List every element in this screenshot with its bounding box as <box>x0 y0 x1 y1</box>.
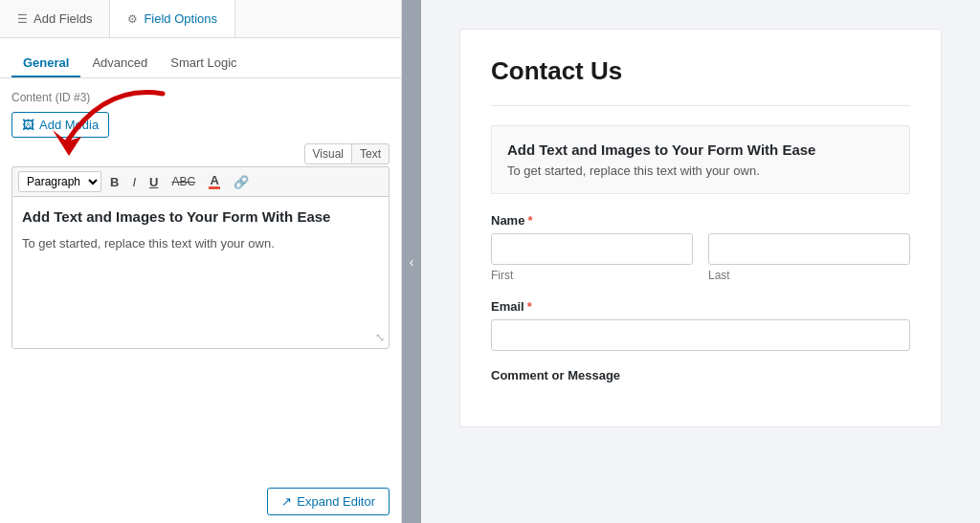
tab-general[interactable]: General <box>11 50 80 77</box>
editor-heading: Add Text and Images to Your Form With Ea… <box>22 207 379 229</box>
resize-handle[interactable]: ⤡ <box>375 329 385 346</box>
expand-editor-button[interactable]: ↗ Expand Editor <box>267 488 390 515</box>
tab-smart-logic[interactable]: Smart Logic <box>159 50 248 77</box>
email-field-group: Email * <box>491 299 910 351</box>
editor-toggle: Visual Text <box>11 143 390 164</box>
first-name-wrap: First <box>491 233 693 282</box>
editor-toolbar: Paragraph B I U ABC A 🔗 <box>11 166 390 196</box>
field-options-icon: ⚙ <box>127 12 138 26</box>
left-panel: ☰ Add Fields ⚙ Field Options General Adv… <box>0 0 402 523</box>
right-panel: Contact Us Add Text and Images to Your F… <box>421 0 980 523</box>
content-block-heading: Add Text and Images to Your Form With Ea… <box>507 142 894 158</box>
tab-advanced[interactable]: Advanced <box>80 50 159 77</box>
add-media-label: Add Media <box>39 118 99 132</box>
field-label: Content (ID #3) <box>11 90 390 104</box>
strikethrough-button[interactable]: ABC <box>167 173 200 190</box>
tab-field-options[interactable]: ⚙ Field Options <box>110 0 235 37</box>
expand-btn-row: ↗ Expand Editor <box>0 480 401 523</box>
font-color-button[interactable]: A <box>204 172 225 191</box>
form-divider <box>491 105 910 106</box>
last-label: Last <box>708 269 910 282</box>
add-media-button[interactable]: 🖼 Add Media <box>11 112 109 138</box>
paragraph-select[interactable]: Paragraph <box>18 171 101 192</box>
form-title: Contact Us <box>491 56 910 86</box>
form-card: Contact Us Add Text and Images to Your F… <box>459 29 942 427</box>
italic-button[interactable]: I <box>127 173 141 191</box>
tab-add-fields[interactable]: ☰ Add Fields <box>0 0 110 37</box>
last-name-wrap: Last <box>708 233 910 282</box>
last-name-input[interactable] <box>708 233 910 265</box>
link-button[interactable]: 🔗 <box>229 173 254 191</box>
add-media-icon: 🖼 <box>22 118 34 132</box>
email-input[interactable] <box>491 319 910 351</box>
add-fields-icon: ☰ <box>17 12 28 26</box>
sub-tabs: General Advanced Smart Logic <box>0 38 401 78</box>
comment-field-group: Comment or Message <box>491 368 910 382</box>
content-block-text: To get started, replace this text with y… <box>507 163 894 178</box>
top-tabs: ☰ Add Fields ⚙ Field Options <box>0 0 401 38</box>
editor-paragraph: To get started, replace this text with y… <box>22 234 379 253</box>
expand-label: Expand Editor <box>297 494 375 509</box>
text-toggle[interactable]: Text <box>352 143 390 164</box>
bold-button[interactable]: B <box>105 173 123 191</box>
name-row: First Last <box>491 233 910 282</box>
collapse-icon: ‹ <box>410 254 414 270</box>
first-name-input[interactable] <box>491 233 693 265</box>
name-field-group: Name * First Last <box>491 213 910 282</box>
name-label: Name * <box>491 213 910 228</box>
content-block: Add Text and Images to Your Form With Ea… <box>491 125 910 194</box>
field-options-label: Field Options <box>144 11 217 26</box>
comment-label: Comment or Message <box>491 368 910 382</box>
first-label: First <box>491 269 693 282</box>
expand-icon: ↗ <box>281 494 292 509</box>
add-fields-label: Add Fields <box>33 11 92 26</box>
email-label: Email * <box>491 299 910 314</box>
name-required-star: * <box>527 213 532 228</box>
visual-toggle[interactable]: Visual <box>304 143 352 164</box>
editor-area[interactable]: Add Text and Images to Your Form With Ea… <box>11 196 390 349</box>
email-required-star: * <box>527 299 532 314</box>
underline-button[interactable]: U <box>145 173 163 191</box>
field-content: Content (ID #3) 🖼 Add Media Visual Text … <box>0 78 401 480</box>
collapse-handle[interactable]: ‹ <box>402 0 421 523</box>
